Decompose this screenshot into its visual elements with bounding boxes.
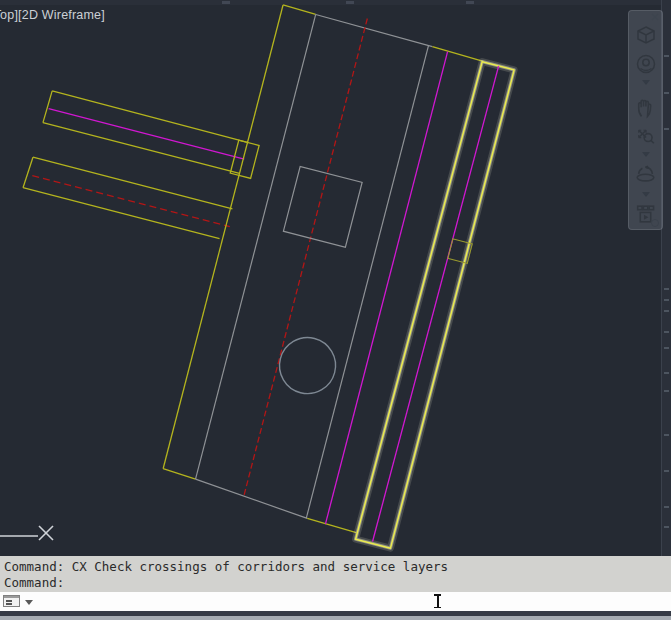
command-history-line: Command: CX Check crossings of corridors… bbox=[0, 559, 671, 575]
scrollbar-tick bbox=[664, 506, 669, 508]
drawing-canvas[interactable] bbox=[0, 0, 671, 556]
scrollbar-tick bbox=[664, 434, 669, 436]
ucs-icon bbox=[0, 526, 53, 540]
red-centerline bbox=[244, 19, 368, 497]
main-corridor[interactable] bbox=[160, 0, 487, 534]
scrollbar-tick bbox=[664, 128, 669, 130]
zoom-extents-icon[interactable] bbox=[633, 123, 658, 149]
command-input[interactable] bbox=[0, 592, 671, 611]
scrollbar-tick bbox=[664, 310, 669, 312]
scrollbar-tick bbox=[664, 347, 669, 349]
statusbar bbox=[0, 616, 671, 620]
ibeam-cursor bbox=[433, 594, 442, 609]
navigation-bar bbox=[628, 10, 663, 230]
close-icon[interactable] bbox=[650, 12, 660, 22]
highlighted-service-corridor[interactable] bbox=[356, 61, 515, 548]
navbar-grip[interactable] bbox=[651, 219, 659, 227]
steering-wheel-dropdown-icon[interactable] bbox=[642, 80, 650, 85]
scrollbar-tick bbox=[664, 299, 669, 301]
scrollbar-tick bbox=[664, 526, 669, 528]
command-history[interactable]: Command: CX Check crossings of corridors… bbox=[0, 556, 671, 592]
magenta-service-line bbox=[325, 52, 447, 524]
building-square[interactable] bbox=[283, 166, 362, 247]
scrollbar-tick bbox=[664, 470, 669, 472]
scrollbar-tick bbox=[664, 288, 669, 290]
command-history-line: Command: bbox=[0, 575, 671, 591]
pan-hand-icon[interactable] bbox=[633, 94, 658, 120]
magenta-service-line bbox=[373, 65, 499, 542]
autocad-window: [Top][2D Wireframe] bbox=[0, 0, 671, 620]
scrollbar-tick bbox=[664, 372, 669, 374]
view-cube-icon[interactable] bbox=[633, 23, 658, 47]
orbit-icon[interactable] bbox=[633, 163, 658, 189]
scrollbar-tick bbox=[664, 331, 669, 333]
steering-wheel-icon[interactable] bbox=[633, 52, 658, 76]
zoom-dropdown-icon[interactable] bbox=[642, 152, 650, 157]
command-line-icon[interactable] bbox=[3, 595, 20, 607]
scrollbar-tick bbox=[664, 92, 669, 94]
scrollbar-tick bbox=[664, 55, 669, 57]
command-line-dropdown-icon[interactable] bbox=[25, 600, 33, 605]
orbit-dropdown-icon[interactable] bbox=[642, 192, 650, 197]
model-viewport[interactable]: [Top][2D Wireframe] bbox=[0, 0, 671, 556]
branch-corridor[interactable] bbox=[23, 90, 259, 242]
scrollbar-tick bbox=[664, 390, 669, 392]
